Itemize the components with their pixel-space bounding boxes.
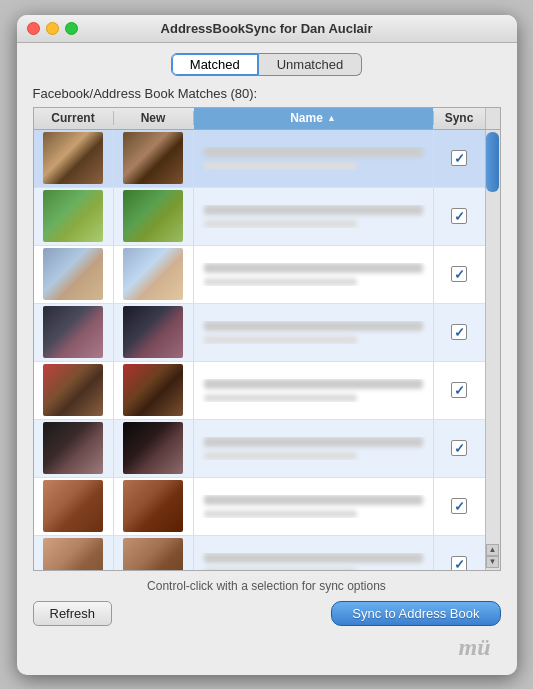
close-button[interactable] <box>27 22 40 35</box>
photo-current-7 <box>43 480 103 532</box>
cell-name-2 <box>194 205 433 228</box>
photo-current-4 <box>43 306 103 358</box>
name-blur-sub-2 <box>204 220 357 228</box>
refresh-button[interactable]: Refresh <box>33 601 113 626</box>
scroll-arrows: ▲ ▼ <box>486 192 499 570</box>
name-blur-4 <box>204 321 423 331</box>
table-row <box>34 304 485 362</box>
photo-current-6 <box>43 422 103 474</box>
cell-name-5 <box>194 379 433 402</box>
photo-new-1 <box>123 132 183 184</box>
photo-new-7 <box>123 480 183 532</box>
sync-checkbox-7[interactable] <box>451 498 467 514</box>
cell-new-4 <box>114 304 194 361</box>
photo-new-5 <box>123 364 183 416</box>
name-blur-sub-4 <box>204 336 357 344</box>
photo-new-8 <box>123 538 183 570</box>
photo-new-4 <box>123 306 183 358</box>
name-blur-sub-5 <box>204 394 357 402</box>
name-blur-6 <box>204 437 423 447</box>
minimize-button[interactable] <box>46 22 59 35</box>
table-row <box>34 246 485 304</box>
col-header-new: New <box>114 111 194 125</box>
cell-current-4 <box>34 304 114 361</box>
tab-matched[interactable]: Matched <box>171 53 259 76</box>
name-blur-7 <box>204 495 423 505</box>
table-body <box>34 130 485 570</box>
cell-new-1 <box>114 130 194 187</box>
sync-checkbox-3[interactable] <box>451 266 467 282</box>
sync-checkbox-6[interactable] <box>451 440 467 456</box>
table-row <box>34 188 485 246</box>
sync-checkbox-1[interactable] <box>451 150 467 166</box>
scrollbar[interactable]: ▲ ▼ <box>485 130 500 570</box>
name-blur-1 <box>204 147 423 157</box>
photo-new-2 <box>123 190 183 242</box>
col-header-current: Current <box>34 111 114 125</box>
watermark-area: mü <box>33 634 501 665</box>
cell-current-5 <box>34 362 114 419</box>
cell-new-3 <box>114 246 194 303</box>
cell-sync-8 <box>433 536 485 570</box>
col-header-name[interactable]: Name <box>194 108 433 129</box>
title-bar: AddressBookSync for Dan Auclair <box>17 15 517 43</box>
sync-button[interactable]: Sync to Address Book <box>331 601 500 626</box>
cell-current-3 <box>34 246 114 303</box>
cell-current-1 <box>34 130 114 187</box>
table-row <box>34 536 485 570</box>
sync-checkbox-4[interactable] <box>451 324 467 340</box>
name-blur-8 <box>204 553 423 563</box>
col-header-sync: Sync <box>433 111 485 125</box>
table-row <box>34 130 485 188</box>
scroll-up-arrow[interactable]: ▲ <box>486 544 499 556</box>
watermark-text: mü <box>458 634 490 661</box>
cell-name-8 <box>194 553 433 570</box>
table-body-area: ▲ ▼ <box>34 130 500 570</box>
footer-buttons: Refresh Sync to Address Book <box>33 601 501 626</box>
table-row <box>34 478 485 536</box>
name-blur-3 <box>204 263 423 273</box>
cell-name-1 <box>194 147 433 170</box>
name-blur-sub-8 <box>204 568 357 570</box>
scroll-down-arrow[interactable]: ▼ <box>486 556 499 568</box>
cell-current-2 <box>34 188 114 245</box>
name-blur-sub-3 <box>204 278 357 286</box>
cell-sync-4 <box>433 304 485 361</box>
photo-current-1 <box>43 132 103 184</box>
sync-checkbox-8[interactable] <box>451 556 467 570</box>
cell-sync-5 <box>433 362 485 419</box>
window-title: AddressBookSync for Dan Auclair <box>161 21 373 36</box>
maximize-button[interactable] <box>65 22 78 35</box>
cell-sync-7 <box>433 478 485 535</box>
footer-hint: Control-click with a selection for sync … <box>33 579 501 593</box>
tab-unmatched[interactable]: Unmatched <box>259 53 362 76</box>
cell-new-6 <box>114 420 194 477</box>
table-row <box>34 362 485 420</box>
name-blur-sub-1 <box>204 162 357 170</box>
subtitle-label: Facebook/Address Book Matches (80): <box>33 86 501 101</box>
tab-bar: Matched Unmatched <box>33 53 501 76</box>
main-window: AddressBookSync for Dan Auclair Matched … <box>17 15 517 675</box>
scrollbar-thumb[interactable] <box>486 132 499 192</box>
cell-name-4 <box>194 321 433 344</box>
table-row <box>34 420 485 478</box>
cell-sync-2 <box>433 188 485 245</box>
name-blur-sub-6 <box>204 452 357 460</box>
table-header: Current New Name Sync <box>34 108 500 130</box>
name-blur-2 <box>204 205 423 215</box>
cell-sync-3 <box>433 246 485 303</box>
name-blur-sub-7 <box>204 510 357 518</box>
photo-current-8 <box>43 538 103 570</box>
traffic-lights <box>27 22 78 35</box>
cell-name-6 <box>194 437 433 460</box>
photo-current-2 <box>43 190 103 242</box>
content-area: Matched Unmatched Facebook/Address Book … <box>17 43 517 675</box>
photo-current-3 <box>43 248 103 300</box>
cell-current-8 <box>34 536 114 570</box>
cell-new-7 <box>114 478 194 535</box>
cell-sync-1 <box>433 130 485 187</box>
matches-table: Current New Name Sync <box>33 107 501 571</box>
name-blur-5 <box>204 379 423 389</box>
sync-checkbox-5[interactable] <box>451 382 467 398</box>
sync-checkbox-2[interactable] <box>451 208 467 224</box>
